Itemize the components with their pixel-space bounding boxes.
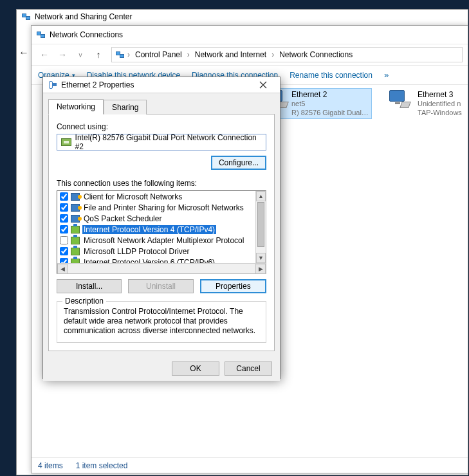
scroll-left-button[interactable]: ◀	[57, 264, 68, 274]
ok-button[interactable]: OK	[172, 362, 219, 376]
items-label: This connection uses the following items…	[57, 179, 266, 188]
component-label: Microsoft LLDP Protocol Driver	[82, 247, 191, 256]
close-icon	[259, 81, 267, 89]
adapter-field: Intel(R) 82576 Gigabit Dual Port Network…	[57, 134, 266, 151]
protocol-icon	[71, 226, 80, 233]
component-checkbox[interactable]	[60, 258, 68, 263]
nsc-title: Network and Sharing Center	[35, 12, 132, 21]
network-sharing-center-icon	[21, 12, 31, 22]
component-row[interactable]: Client for Microsoft Networks	[57, 191, 255, 202]
chevron-right-icon: ›	[186, 50, 191, 59]
component-label: Internet Protocol Version 4 (TCP/IPv4)	[82, 225, 216, 234]
crumb-network-internet[interactable]: Network and Internet	[192, 49, 269, 60]
component-checkbox[interactable]	[60, 192, 68, 201]
nic-icon	[61, 138, 71, 146]
toolbar-overflow[interactable]: »	[384, 70, 389, 80]
component-row[interactable]: File and Printer Sharing for Microsoft N…	[57, 202, 255, 213]
description-text: Transmission Control Protocol/Internet P…	[64, 307, 259, 336]
tab-sharing[interactable]: Sharing	[104, 100, 147, 114]
component-row[interactable]: QoS Packet Scheduler	[57, 213, 255, 224]
adapter-device: TAP-Windows	[418, 108, 462, 117]
network-connections-icon	[35, 30, 46, 40]
close-button[interactable]	[252, 77, 275, 93]
install-button[interactable]: Install...	[57, 279, 122, 293]
protocol-icon	[71, 248, 80, 255]
uninstall-button: Uninstall	[128, 279, 193, 293]
scroll-right-button[interactable]: ▶	[255, 264, 266, 274]
component-row[interactable]: Internet Protocol Version 6 (TCP/IPv6)	[57, 257, 255, 263]
adapter-icon	[387, 90, 412, 112]
back-icon[interactable]: ←	[19, 47, 30, 59]
ethernet-icon	[48, 80, 57, 89]
service-icon	[71, 193, 80, 201]
description-label: Description	[62, 297, 106, 306]
component-row[interactable]: Internet Protocol Version 4 (TCP/IPv4)	[57, 224, 255, 235]
crumb-control-panel[interactable]: Control Panel	[133, 49, 185, 60]
chevron-right-icon: ›	[126, 50, 131, 59]
address-bar[interactable]: › Control Panel › Network and Internet ›…	[111, 47, 463, 62]
adapter-name-text: Intel(R) 82576 Gigabit Dual Port Network…	[75, 133, 262, 151]
adapter-name: Ethernet 3	[418, 90, 462, 99]
protocol-icon	[71, 259, 80, 264]
breadcrumb: ← → v ↑ › Control Panel › Network and In…	[32, 44, 468, 66]
nav-recent-button[interactable]: v	[73, 47, 88, 62]
nav-back-button[interactable]: ←	[37, 47, 52, 62]
service-icon	[71, 204, 80, 212]
service-icon	[71, 215, 80, 223]
cancel-button[interactable]: Cancel	[225, 362, 272, 376]
status-bar: 4 items 1 item selected	[32, 457, 468, 473]
component-checkbox[interactable]	[60, 236, 68, 244]
horizontal-scrollbar[interactable]: ◀ ▶	[57, 263, 266, 273]
component-label: File and Printer Sharing for Microsoft N…	[82, 203, 245, 212]
tab-panel-networking: Connect using: Intel(R) 82576 Gigabit Du…	[48, 114, 275, 351]
tab-networking[interactable]: Networking	[48, 99, 104, 114]
vertical-scrollbar[interactable]: ▲ ▼	[255, 191, 266, 263]
component-label: Internet Protocol Version 6 (TCP/IPv6)	[82, 258, 216, 264]
nc-title: Network Connections	[50, 30, 123, 39]
component-label: QoS Packet Scheduler	[82, 214, 163, 223]
ethernet-properties-dialog: Ethernet 2 Properties Networking Sharing…	[42, 77, 280, 379]
component-checkbox[interactable]	[60, 214, 68, 223]
status-count: 4 items	[38, 461, 63, 470]
component-checkbox[interactable]	[60, 225, 68, 233]
nav-up-button[interactable]: ↑	[91, 47, 106, 62]
scroll-up-button[interactable]: ▲	[256, 191, 266, 201]
components-list[interactable]: Client for Microsoft NetworksFile and Pr…	[57, 190, 266, 274]
adapter-status: net5	[291, 99, 369, 108]
scroll-down-button[interactable]: ▼	[256, 253, 266, 263]
status-selected: 1 item selected	[76, 461, 128, 470]
dialog-title: Ethernet 2 Properties	[61, 80, 134, 89]
component-label: Client for Microsoft Networks	[82, 192, 183, 201]
component-row[interactable]: Microsoft LLDP Protocol Driver	[57, 246, 255, 257]
adapter-status: Unidentified n	[418, 99, 462, 108]
nav-forward-button[interactable]: →	[55, 47, 70, 62]
chevron-right-icon: ›	[270, 50, 275, 59]
component-checkbox[interactable]	[60, 247, 68, 255]
scroll-thumb[interactable]	[257, 202, 264, 247]
crumb-network-connections[interactable]: Network Connections	[277, 49, 355, 60]
description-group: Description Transmission Control Protoco…	[57, 301, 266, 343]
configure-button[interactable]: Configure...	[211, 156, 266, 170]
adapter-name: Ethernet 2	[291, 90, 369, 99]
address-icon	[115, 50, 125, 60]
connect-using-label: Connect using:	[57, 122, 266, 131]
adapter-device: R) 82576 Gigabit Dual ...	[291, 108, 369, 117]
protocol-icon	[71, 237, 80, 244]
properties-button[interactable]: Properties	[200, 279, 266, 293]
component-label: Microsoft Network Adapter Multiplexor Pr…	[82, 236, 245, 245]
component-checkbox[interactable]	[60, 203, 68, 212]
rename-button[interactable]: Rename this connection	[290, 71, 372, 80]
component-row[interactable]: Microsoft Network Adapter Multiplexor Pr…	[57, 235, 255, 246]
adapter-tile-ethernet-3[interactable]: Ethernet 3 Unidentified n TAP-Windows	[384, 89, 469, 118]
